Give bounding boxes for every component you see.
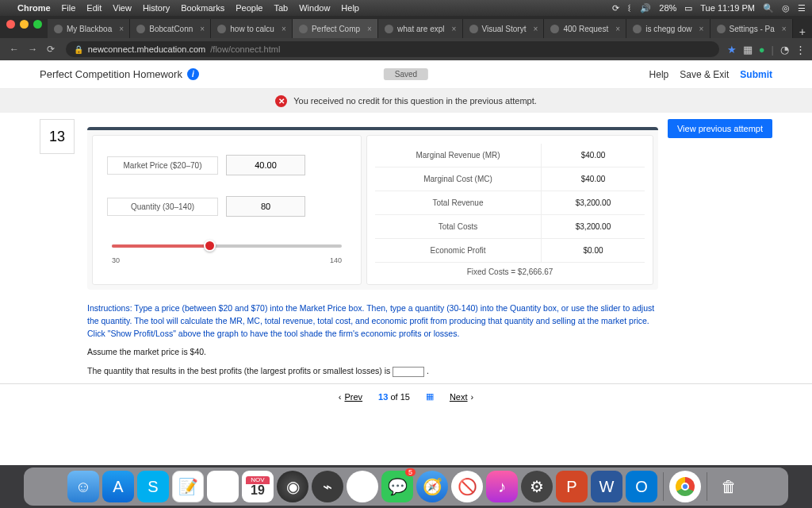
nav-back-icon[interactable]: ← [6,44,22,55]
notes-icon[interactable]: 🗒 [207,471,239,502]
browser-tab[interactable]: 400 Request× [544,19,626,38]
browser-tab[interactable]: BobcatConn× [130,19,211,38]
result-value: $3,200.00 [542,222,645,231]
powerpoint-icon[interactable]: P [556,471,588,502]
view-previous-attempt-button[interactable]: View previous attempt [668,119,772,138]
next-button[interactable]: Next › [450,392,473,402]
trash-icon[interactable]: 🗑 [713,471,745,502]
page-count: 13 of 15 [378,392,410,402]
siri-icon[interactable]: ◎ [782,3,790,13]
menu-tab[interactable]: Tab [274,3,288,13]
quantity-input[interactable] [226,196,305,217]
battery-pct: 28% [659,3,676,13]
block-icon[interactable]: 🚫 [451,471,483,502]
music-icon[interactable]: ♪ [486,471,518,502]
profile-icon[interactable]: ◔ [780,44,789,56]
help-link[interactable]: Help [649,69,669,80]
result-value: $40.00 [542,175,645,183]
dock-separator [663,472,664,501]
menu-bookmarks[interactable]: Bookmarks [181,3,224,13]
mac-menubar: Chrome File Edit View History Bookmarks … [0,0,812,16]
menu-people[interactable]: People [236,3,262,13]
close-tab-icon[interactable]: × [782,25,787,33]
menu-help[interactable]: Help [341,3,359,13]
answer-blank-quantity[interactable] [393,367,424,377]
browser-tab[interactable]: Perfect Comp× [293,19,378,38]
siri-dock-icon[interactable]: ◉ [277,471,308,502]
messages-icon[interactable]: 5💬 [381,471,413,502]
app-name[interactable]: Chrome [17,3,51,13]
result-row: Total Costs$3,200.00 [375,215,645,239]
browser-tab[interactable]: Visual Storyt× [463,19,545,38]
finder-icon[interactable]: ☺ [67,471,99,502]
battery-icon[interactable]: ▭ [684,3,692,13]
result-label: Economic Profit [375,239,542,262]
menu-history[interactable]: History [143,3,170,13]
menu-file[interactable]: File [62,3,76,13]
word-icon[interactable]: W [591,471,622,502]
close-tab-icon[interactable]: × [699,25,704,33]
question-grid-icon[interactable]: ▦ [426,391,434,402]
dock-separator-2 [707,472,707,501]
wifi-icon[interactable]: ⧙ [627,3,632,13]
quantity-slider[interactable] [112,239,342,253]
calendar-icon[interactable]: NOV19 [242,471,274,502]
control-center-icon[interactable]: ☰ [798,3,806,13]
settings-icon[interactable]: ⚙ [521,471,553,502]
result-row: Marginal Cost (MC)$40.00 [375,167,645,191]
close-tab-icon[interactable]: × [452,25,457,33]
slider-max: 140 [330,256,342,264]
ext1-icon[interactable]: ▦ [743,44,753,56]
menu-window[interactable]: Window [299,3,330,13]
question-number: 13 [40,119,75,154]
refresh-icon[interactable]: ⟳ [612,3,619,13]
browser-tab[interactable]: My Blackboa× [48,19,130,38]
textedit-icon[interactable]: 📝 [172,471,204,502]
close-tab-icon[interactable]: × [533,25,538,33]
save-exit-link[interactable]: Save & Exit [680,69,729,80]
photos-icon[interactable]: ❀ [347,471,378,502]
browser-addressbar: ← → ⟳ 🔒 newconnect.mheducation.com/flow/… [0,38,812,60]
slider-thumb[interactable] [204,240,216,252]
close-tab-icon[interactable]: × [119,25,124,33]
page-content: Perfect Competition Homework i Saved Hel… [0,60,812,465]
spotlight-icon[interactable]: 🔍 [763,3,774,13]
close-tab-icon[interactable]: × [282,25,286,33]
minimize-window-icon[interactable] [20,20,29,29]
clock: Tue 11:19 PM [700,3,755,13]
close-tab-icon[interactable]: × [200,25,205,33]
browser-tab[interactable]: Settings - Pa× [710,19,793,38]
url-field[interactable]: 🔒 newconnect.mheducation.com/flow/connec… [66,41,719,57]
market-price-input[interactable] [226,155,305,175]
browser-tab[interactable]: is chegg dow× [626,19,710,38]
close-tab-icon[interactable]: × [367,25,372,33]
chrome-dock-icon[interactable] [669,471,701,502]
instructions-text: Instructions: Type a price (between $20 … [87,302,658,340]
browser-tab[interactable]: what are expl× [378,19,462,38]
star-icon[interactable]: ★ [727,44,737,56]
prev-button[interactable]: ‹ Prev [339,392,362,402]
no-credit-alert: ✕ You received no credit for this questi… [0,89,812,113]
dashboard-icon[interactable]: ⌁ [312,471,343,502]
new-tab-button[interactable]: + [793,25,812,38]
maximize-window-icon[interactable] [33,20,42,29]
menu-view[interactable]: View [113,3,132,13]
favicon-icon [217,25,226,33]
nav-reload-icon[interactable]: ⟳ [44,44,58,55]
favicon-icon [633,25,642,33]
menu-edit[interactable]: Edit [86,3,102,13]
safari-icon[interactable]: 🧭 [416,471,448,502]
appstore-icon[interactable]: A [102,471,134,502]
skype-icon[interactable]: S [137,471,169,502]
window-controls [0,16,48,33]
info-icon[interactable]: i [187,68,199,80]
submit-button[interactable]: Submit [740,69,772,80]
browser-tab[interactable]: how to calcu× [211,19,293,38]
chrome-menu-icon[interactable]: ⋮ [795,44,806,56]
nav-forward-icon[interactable]: → [25,44,40,55]
close-window-icon[interactable] [6,20,15,29]
volume-icon[interactable]: 🔊 [640,3,651,13]
ext2-icon[interactable]: ● [759,44,765,56]
close-tab-icon[interactable]: × [615,25,620,33]
outlook-icon[interactable]: O [626,471,657,502]
